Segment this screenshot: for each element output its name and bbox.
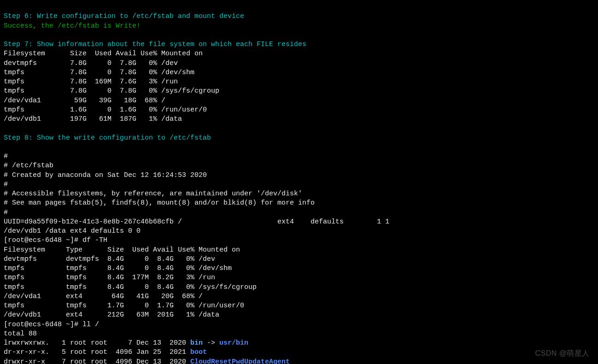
shell-prompt: [root@ecs-6d48 ~]# ll / [4, 321, 99, 329]
symlink-name: bin [190, 339, 203, 347]
dfth-row: /dev/vda1 ext4 64G 41G 20G 68% / [4, 293, 203, 300]
fstab-line: # [4, 209, 8, 217]
dfth-header: Filesystem Type Size Used Avail Use% Mou… [4, 246, 240, 254]
step7-header: Step 7: Show information about the file … [4, 41, 306, 48]
dfth-row: tmpfs tmpfs 8.4G 177M 8.2G 3% /run [4, 274, 215, 282]
dir-name: boot [190, 348, 207, 356]
command-df: df -TH [82, 236, 107, 244]
ll-row: lrwxrwxrwx. 1 root root 7 Dec 13 2020 bi… [4, 339, 248, 347]
terminal-output[interactable]: Step 6: Write configuration to /etc/fsta… [0, 0, 598, 364]
symlink-target: usr/bin [219, 339, 248, 347]
fstab-line: # [4, 181, 8, 188]
ll-row: drwxr-xr-x 7 root root 4096 Dec 13 2020 … [4, 358, 290, 364]
dfth-row: tmpfs tmpfs 1.7G 0 1.7G 0% /run/user/0 [4, 302, 244, 310]
command-ll: ll / [82, 321, 99, 329]
ll-total: total 88 [4, 330, 37, 338]
watermark: CSDN @萌星人 [535, 348, 590, 358]
dfth-row: tmpfs tmpfs 8.4G 0 8.4G 0% /dev/shm [4, 264, 232, 272]
step7-row: /dev/vda1 59G 39G 18G 68% / [4, 97, 165, 105]
dfth-row: devtmpfs devtmpfs 8.4G 0 8.4G 0% /dev [4, 255, 215, 263]
step6-header: Step 6: Write configuration to /etc/fsta… [4, 12, 244, 20]
step7-row: tmpfs 1.6G 0 1.6G 0% /run/user/0 [4, 106, 207, 114]
step7-row: tmpfs 7.8G 0 7.8G 0% /dev/shm [4, 69, 194, 76]
step8-header: Step 8: Show the write configuration to … [4, 134, 211, 142]
shell-prompt: [root@ecs-6d48 ~]# df -TH [4, 236, 107, 244]
fstab-line: # Accessible filesystems, by reference, … [4, 190, 302, 198]
step7-row: tmpfs 7.8G 169M 7.6G 3% /run [4, 78, 178, 86]
dir-name: CloudResetPwdUpdateAgent [190, 358, 290, 364]
step7-row: tmpfs 7.8G 0 7.8G 0% /sys/fs/cgroup [4, 87, 219, 95]
fstab-line: /dev/vdb1 /data ext4 defaults 0 0 [4, 227, 141, 235]
step6-success: Success, the /etc/fstab is Write! [4, 22, 141, 30]
fstab-line: # [4, 153, 8, 160]
step7-row: devtmpfs 7.8G 0 7.8G 0% /dev [4, 59, 178, 67]
step7-table-header: Filesystem Size Used Avail Use% Mounted … [4, 50, 203, 58]
dfth-row: /dev/vdb1 ext4 212G 63M 201G 1% /data [4, 311, 219, 319]
ll-row: dr-xr-xr-x. 5 root root 4096 Jan 25 2021… [4, 348, 207, 356]
fstab-line: UUID=d9a55f09-b12e-41c3-8e8b-267c46b68cf… [4, 218, 389, 226]
fstab-line: # /etc/fstab [4, 162, 53, 170]
dfth-row: tmpfs tmpfs 8.4G 0 8.4G 0% /sys/fs/cgrou… [4, 283, 257, 291]
step7-row: /dev/vdb1 197G 61M 187G 1% /data [4, 115, 182, 123]
fstab-line: # See man pages fstab(5), findfs(8), mou… [4, 199, 315, 207]
fstab-line: # Created by anaconda on Sat Dec 12 16:2… [4, 171, 207, 179]
